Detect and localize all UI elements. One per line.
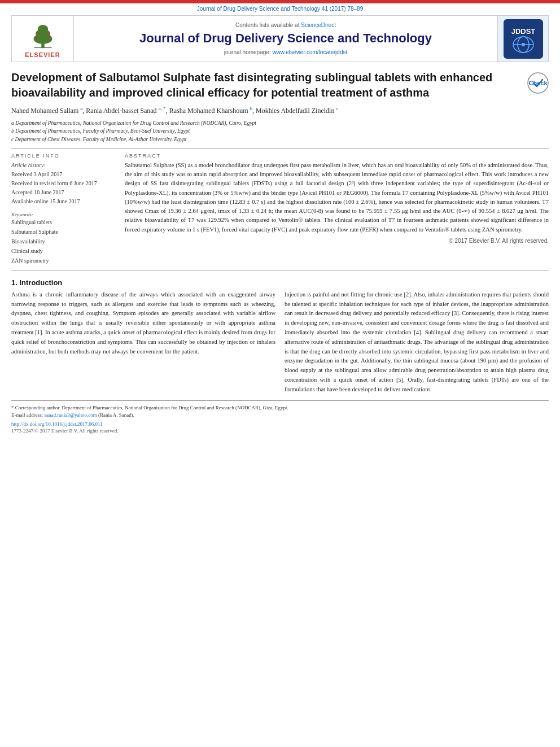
email-link[interactable]: sanad.rania3@yahoo.com (44, 412, 97, 418)
intro-number: 1. (11, 278, 19, 287)
sciencedirect-link[interactable]: ScienceDirect (301, 22, 336, 28)
article-title-section: Development of Salbutamol Sulphate fast … (11, 70, 549, 101)
history-label: Article history: (11, 161, 116, 170)
svg-point-7 (47, 32, 49, 34)
introduction-section: 1. Introduction Asthma is a chronic infl… (11, 278, 549, 395)
keywords-label: Keywords: (11, 212, 116, 217)
elsevier-label: ELSEVIER (25, 51, 60, 58)
journal-reference: Journal of Drug Delivery Science and Tec… (0, 3, 560, 13)
authors-section: Nahed Mohamed Sallam a, Rania Abdel-bass… (11, 105, 549, 116)
header-center: Contents lists available at ScienceDirec… (74, 16, 497, 62)
svg-point-3 (37, 25, 47, 33)
header-right: JDDST (497, 16, 548, 62)
intro-heading-text: Introduction (19, 278, 62, 287)
divider-2 (11, 270, 549, 270)
svg-point-6 (37, 32, 38, 33)
abstract-label: ABSTRACT (125, 153, 549, 159)
copyright-line: © 2017 Elsevier B.V. All rights reserved… (125, 238, 549, 244)
abstract-column: ABSTRACT Salbutamol Sulphate (SS) as a m… (125, 153, 549, 265)
article-history: Article history: Received 3 April 2017 R… (11, 161, 116, 206)
keywords-list: Sublingual tablets Salbutamol Sulphate B… (11, 217, 116, 265)
email-line: E-mail address: sanad.rania3@yahoo.com (… (11, 412, 549, 420)
journal-ref-text: Journal of Drug Delivery Science and Tec… (197, 6, 363, 12)
journal-title: Journal of Drug Delivery Science and Tec… (139, 30, 432, 47)
accepted-date: Accepted 10 June 2017 (11, 188, 116, 197)
footnote-section: * Corresponding author. Department of Ph… (11, 400, 549, 434)
elsevier-tree-icon (23, 19, 63, 50)
doi-link[interactable]: http://dx.doi.org/10.1016/j.jddst.2017.0… (11, 421, 103, 427)
affiliation-a: a Department of Pharmaceutics, National … (11, 119, 549, 127)
corresponding-author: * Corresponding author. Department of Ph… (11, 404, 549, 412)
doi-line: http://dx.doi.org/10.1016/j.jddst.2017.0… (11, 421, 549, 427)
journal-homepage-line: journal homepage: www.elsevier.com/locat… (224, 49, 347, 55)
divider-1 (11, 148, 549, 148)
received-date: Received 3 April 2017 (11, 170, 116, 179)
crossmark-icon: Check (527, 72, 549, 94)
keywords-section: Keywords: Sublingual tablets Salbutamol … (11, 212, 116, 265)
author-sanad: Rania Abdel-basset Sanad a, * (86, 107, 165, 115)
contents-available-line: Contents lists available at ScienceDirec… (235, 22, 336, 28)
header-box: ELSEVIER Contents lists available at Sci… (11, 15, 549, 62)
article-info-label: ARTICLE INFO (11, 153, 116, 159)
abstract-text: Salbutamol Sulphate (SS) as a model bron… (125, 161, 549, 234)
jddst-logo-icon: JDDST (504, 19, 543, 59)
elsevier-logo: ELSEVIER (23, 19, 63, 58)
author-kharshoum: Rasha Mohamed Kharshoum b (169, 107, 252, 115)
intro-right-col: Injection is painful and not fitting for… (285, 290, 549, 395)
received-revised-date: Received in revised form 6 June 2017 (11, 179, 116, 188)
keyword-3: Bioavailability (11, 237, 116, 246)
homepage-link[interactable]: www.elsevier.com/locate/jddst (272, 49, 347, 55)
keyword-1: Sublingual tablets (11, 217, 116, 227)
intro-left-col: Asthma is a chronic inflammatory disease… (11, 290, 275, 395)
keyword-5: ZAN spirometry (11, 256, 116, 265)
article-info-column: ARTICLE INFO Article history: Received 3… (11, 153, 116, 265)
available-date: Available online 15 June 2017 (11, 197, 116, 206)
svg-point-5 (48, 36, 50, 38)
header-left: ELSEVIER (12, 16, 74, 62)
affiliation-c: c Department of Chest Diseases, Faculty … (11, 136, 549, 143)
info-abstract-section: ARTICLE INFO Article history: Received 3… (11, 153, 549, 265)
page: Journal of Drug Delivery Science and Tec… (0, 0, 560, 747)
svg-text:JDDST: JDDST (511, 27, 535, 36)
keyword-4: Clinical study (11, 246, 116, 256)
intro-heading: 1. Introduction (11, 278, 549, 287)
intro-columns: Asthma is a chronic inflammatory disease… (11, 290, 549, 395)
affiliations-section: a Department of Pharmaceutics, National … (11, 119, 549, 143)
svg-point-4 (35, 37, 37, 39)
issn-line: 1773-2247/© 2017 Elsevier B.V. All right… (11, 428, 549, 434)
keyword-2: Salbutamol Sulphate (11, 227, 116, 237)
author-sallam: Nahed Mohamed Sallam a (11, 107, 82, 115)
svg-point-14 (522, 43, 525, 46)
affiliation-b: b Department of Pharmaceutics, Faculty o… (11, 127, 549, 135)
author-zineldin: Mokhles Abdelfadil Zineldin c (256, 107, 338, 115)
article-title: Development of Salbutamol Sulphate fast … (11, 70, 518, 101)
